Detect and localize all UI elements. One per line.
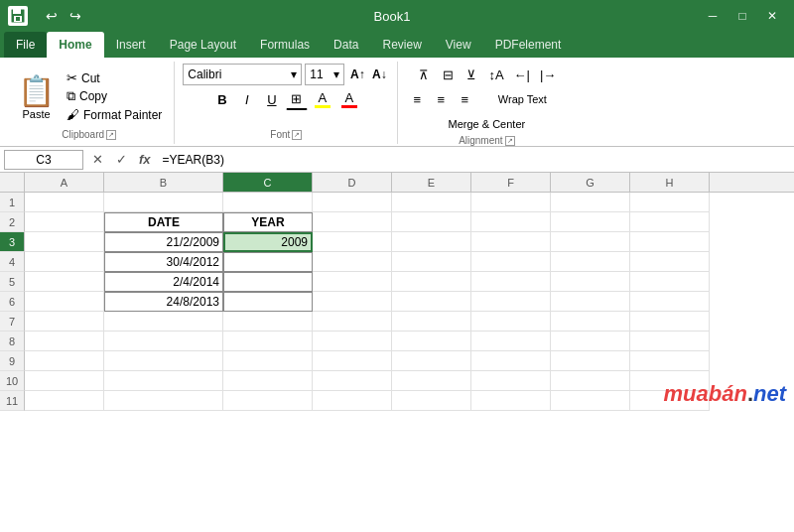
align-center-button[interactable]: ≡ [430,88,452,110]
cell-f10[interactable] [471,371,551,391]
cell-c8[interactable] [223,332,313,351]
font-expand-icon[interactable]: ↗ [292,130,302,140]
cell-g4[interactable] [551,252,630,272]
save-icon[interactable] [8,6,28,26]
cell-g7[interactable] [551,312,630,332]
cell-e5[interactable] [392,272,471,292]
decrease-font-button[interactable]: A↓ [369,64,389,85]
maximize-button[interactable]: □ [728,2,756,30]
align-right-button[interactable]: ≡ [454,88,475,110]
cell-b1[interactable] [104,193,223,212]
cell-c4[interactable] [223,252,313,272]
cell-d10[interactable] [313,371,392,391]
cell-f4[interactable] [471,252,551,272]
col-header-h[interactable]: H [630,173,710,192]
cell-e6[interactable] [392,292,471,312]
font-selector[interactable]: Calibri ▾ [183,64,302,85]
font-color-button[interactable]: A [337,88,361,110]
cell-a6[interactable] [25,292,104,312]
tab-review[interactable]: Review [370,32,433,58]
font-size-selector[interactable]: 11 ▾ [305,64,344,85]
tab-home[interactable]: Home [47,32,103,58]
cell-c9[interactable] [223,351,313,371]
cell-a3[interactable] [25,232,104,252]
cell-d4[interactable] [313,252,392,272]
cell-c11[interactable] [223,391,313,411]
underline-button[interactable]: U [261,88,283,110]
cell-f5[interactable] [471,272,551,292]
cell-h4[interactable] [630,252,710,272]
merge-center-button[interactable]: Merge & Center [427,113,546,135]
cell-g6[interactable] [551,292,630,312]
indent-increase-button[interactable]: |→ [536,64,560,85]
cancel-formula-button[interactable]: ✕ [87,150,107,170]
col-header-e[interactable]: E [392,173,471,192]
cell-e1[interactable] [392,193,471,212]
cell-e4[interactable] [392,252,471,272]
copy-button[interactable]: ⧉ Copy [63,87,166,105]
cell-g8[interactable] [551,332,630,351]
cell-a4[interactable] [25,252,104,272]
align-top-button[interactable]: ⊼ [413,64,435,85]
cell-c10[interactable] [223,371,313,391]
cell-e10[interactable] [392,371,471,391]
italic-button[interactable]: I [236,88,258,110]
cell-e8[interactable] [392,332,471,351]
cell-f6[interactable] [471,292,551,312]
cell-b10[interactable] [104,371,223,391]
cell-e3[interactable] [392,232,471,252]
cell-h6[interactable] [630,292,710,312]
cell-d2[interactable] [313,212,392,232]
cell-b7[interactable] [104,312,223,332]
tab-file[interactable]: File [4,32,47,58]
cell-b8[interactable] [104,332,223,351]
cell-h1[interactable] [630,193,710,212]
col-header-b[interactable]: B [104,173,223,192]
cell-a9[interactable] [25,351,104,371]
increase-font-button[interactable]: A↑ [347,64,367,85]
cell-a2[interactable] [25,212,104,232]
cell-f2[interactable] [471,212,551,232]
fill-color-button[interactable]: A [311,88,334,110]
cut-button[interactable]: ✂ Cut [63,69,166,86]
tab-pdfelement[interactable]: PDFelement [483,32,574,58]
cell-d11[interactable] [313,391,392,411]
cell-b9[interactable] [104,351,223,371]
redo-button[interactable]: ↪ [66,6,85,26]
cell-g10[interactable] [551,371,630,391]
tab-data[interactable]: Data [322,32,370,58]
close-button[interactable]: ✕ [758,2,786,30]
tab-formulas[interactable]: Formulas [248,32,322,58]
cell-d6[interactable] [313,292,392,312]
cell-b3[interactable]: 21/2/2009 [104,232,223,252]
text-direction-button[interactable]: ↕A [484,64,507,85]
col-header-a[interactable]: A [25,173,104,192]
cell-d3[interactable] [313,232,392,252]
cell-b6[interactable]: 24/8/2013 [104,292,223,312]
col-header-c[interactable]: C [223,173,313,192]
cell-b5[interactable]: 2/4/2014 [104,272,223,292]
confirm-formula-button[interactable]: ✓ [111,150,131,170]
cell-e11[interactable] [392,391,471,411]
cell-e9[interactable] [392,351,471,371]
cell-c7[interactable] [223,312,313,332]
cell-a7[interactable] [25,312,104,332]
cell-d7[interactable] [313,312,392,332]
cell-a11[interactable] [25,391,104,411]
cell-f9[interactable] [471,351,551,371]
align-middle-button[interactable]: ⊟ [437,64,459,85]
cell-g3[interactable] [551,232,630,252]
cell-g1[interactable] [551,193,630,212]
formula-input[interactable] [159,150,790,170]
cell-f7[interactable] [471,312,551,332]
cell-g9[interactable] [551,351,630,371]
col-header-d[interactable]: D [313,173,392,192]
align-bottom-button[interactable]: ⊻ [461,64,482,85]
bold-button[interactable]: B [211,88,233,110]
cell-c1[interactable] [223,193,313,212]
cell-g2[interactable] [551,212,630,232]
cell-g5[interactable] [551,272,630,292]
cell-a5[interactable] [25,272,104,292]
cell-h8[interactable] [630,332,710,351]
cell-a10[interactable] [25,371,104,391]
